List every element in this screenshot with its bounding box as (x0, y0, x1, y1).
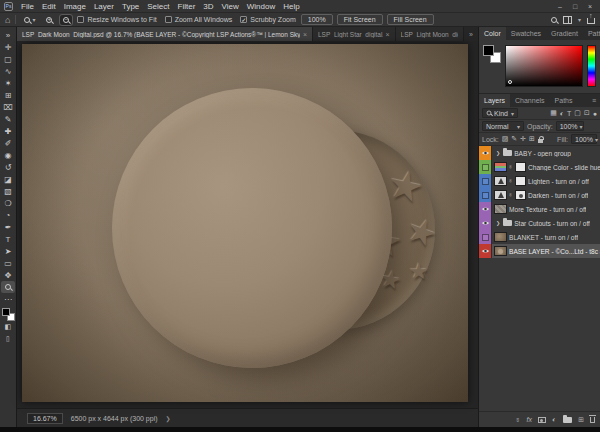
home-icon[interactable]: ⌂ (5, 15, 10, 25)
eraser-tool[interactable]: ◪ (1, 173, 15, 185)
blend-mode-dropdown[interactable]: Normal ▾ (482, 121, 524, 131)
menu-view[interactable]: View (218, 0, 243, 13)
layer-thumbnail[interactable] (494, 232, 507, 242)
zoom-in-button[interactable]: + (43, 15, 55, 25)
fit-screen-button[interactable]: Fit Screen (337, 14, 383, 25)
visibility-off-toggle[interactable] (479, 160, 492, 174)
layers-tab-layers[interactable]: Layers (479, 94, 510, 107)
filter-adjustment-layers-icon[interactable]: ◐ (560, 110, 564, 117)
color-tab-patterns[interactable]: Patterns (583, 27, 600, 40)
layer-thumbnail[interactable] (494, 246, 507, 256)
layer-effects-icon[interactable]: fx (526, 416, 531, 423)
color-tab-gradient[interactable]: Gradient (546, 27, 583, 40)
layer-row[interactable]: More Texture - turn on / off (479, 202, 600, 216)
menu-filter[interactable]: Filter (174, 0, 200, 13)
opacity-dropdown[interactable]: 100% ▾ (556, 121, 584, 131)
hand-tool[interactable]: ✥ (1, 269, 15, 281)
menu-image[interactable]: Image (60, 0, 90, 13)
app-icon[interactable]: Ps (4, 2, 13, 11)
checkbox-zoom-all-windows[interactable]: Zoom All Windows (165, 16, 233, 23)
pen-tool[interactable]: ✒ (1, 221, 15, 233)
new-group-icon[interactable] (563, 417, 572, 423)
filter-type-layers-icon[interactable]: T (567, 110, 571, 117)
visibility-on-toggle[interactable] (479, 146, 492, 160)
layer-thumbnail[interactable] (494, 190, 507, 200)
layer-thumbnail[interactable] (494, 204, 507, 214)
menu-edit[interactable]: Edit (38, 0, 60, 13)
eyedropper-tool[interactable]: ✎ (1, 113, 15, 125)
checkbox-icon[interactable] (77, 16, 84, 23)
panel-menu-icon[interactable]: ≡ (588, 94, 600, 107)
layer-mask-thumbnail[interactable] (515, 190, 526, 200)
menu-type[interactable]: Type (118, 0, 143, 13)
crop-tool[interactable]: ⊞ (1, 89, 15, 101)
zoom-tool-preset[interactable]: ▾ (21, 14, 38, 25)
foreground-color-swatch[interactable] (2, 308, 10, 316)
minimize-button[interactable]: – (553, 1, 567, 12)
brush-tool[interactable]: ✐ (1, 137, 15, 149)
menu-help[interactable]: Help (279, 0, 303, 13)
color-cursor[interactable] (508, 80, 512, 84)
quick-mask-button[interactable]: ◧ (1, 321, 15, 333)
visibility-on-toggle[interactable] (479, 202, 492, 216)
move-tool[interactable]: ✛ (1, 41, 15, 53)
visibility-off-toggle[interactable] (479, 188, 492, 202)
layer-mask-thumbnail[interactable] (515, 176, 526, 186)
layer-row[interactable]: ∞Darken - turn on / off (479, 188, 600, 202)
100--button[interactable]: 100% (301, 14, 333, 25)
status-chevron-icon[interactable]: ❯ (166, 415, 171, 422)
layer-row[interactable]: ∞Change Color - slide hue (479, 160, 600, 174)
saturation-brightness-picker[interactable] (505, 45, 583, 87)
visibility-on-toggle[interactable] (479, 216, 492, 230)
layer-row[interactable]: ❯BABY - open group (479, 146, 600, 160)
filter-smart-objects-icon[interactable]: ⊡ (584, 109, 590, 117)
filter-kind-dropdown[interactable]: Kind ▾ (482, 108, 518, 118)
zoom-tool[interactable] (1, 281, 15, 293)
checkbox-resize-windows-to-fit[interactable]: Resize Windows to Fit (77, 16, 156, 23)
link-layers-icon[interactable]: ∞ (515, 417, 521, 421)
layer-row[interactable]: ❯Star Cutouts - turn on / off (479, 216, 600, 230)
toolbar-color-swatches[interactable] (2, 308, 15, 321)
menu-file[interactable]: File (17, 0, 38, 13)
zoom-out-button[interactable]: − (60, 15, 72, 25)
workspace-icon[interactable] (563, 16, 572, 24)
expand-group-icon[interactable]: ❯ (496, 150, 500, 156)
zoom-level-field[interactable]: 16.67% (27, 413, 63, 424)
filter-shape-layers-icon[interactable]: ▢ (574, 109, 581, 117)
filter-pixel-layers-icon[interactable]: ▦ (550, 109, 557, 117)
visibility-off-toggle[interactable] (479, 174, 492, 188)
new-adjustment-layer-icon[interactable]: ◐ (552, 416, 556, 423)
expand-group-icon[interactable]: ❯ (496, 220, 500, 226)
layer-row[interactable]: ∞Lighten - turn on / off (479, 174, 600, 188)
frame-tool[interactable]: ⌧ (1, 101, 15, 113)
lasso-tool[interactable]: ∿ (1, 65, 15, 77)
path-selection-tool[interactable]: ➤ (1, 245, 15, 257)
document-tab-1[interactable]: LSP_Dark Moon_Digital.psd @ 16.7% (BASE … (17, 27, 313, 41)
close-tab-icon[interactable]: × (386, 31, 390, 38)
tab-overflow-icon[interactable]: » (464, 27, 478, 41)
color-tab-color[interactable]: Color (479, 27, 506, 40)
menu-layer[interactable]: Layer (90, 0, 118, 13)
layer-thumbnail[interactable] (494, 176, 507, 186)
layer-mask-thumbnail[interactable] (515, 162, 526, 172)
checkbox-icon[interactable] (240, 16, 247, 23)
layer-row[interactable]: BASE LAYER - ©Co...Ltd - t8c apply (479, 244, 600, 258)
type-tool[interactable]: T (1, 233, 15, 245)
history-brush-tool[interactable]: ↺ (1, 161, 15, 173)
screen-mode-button[interactable]: ▯ (1, 333, 15, 345)
lock-all-icon[interactable] (538, 139, 543, 143)
new-layer-icon[interactable]: ⊞ (578, 416, 584, 424)
quick-selection-tool[interactable]: ✶ (1, 77, 15, 89)
delete-layer-icon[interactable] (590, 417, 595, 423)
clone-stamp-tool[interactable]: ◉ (1, 149, 15, 161)
close-tab-icon[interactable]: × (303, 31, 307, 38)
maximize-button[interactable]: □ (568, 1, 582, 12)
filter-toggle-icon[interactable]: ● (593, 110, 597, 117)
lock-position-icon[interactable]: ✛ (520, 135, 526, 143)
close-button[interactable]: × (583, 1, 597, 12)
fill-dropdown[interactable]: 100% ▾ (571, 134, 597, 144)
marquee-tool[interactable]: ▢ (1, 53, 15, 65)
visibility-off-toggle[interactable] (479, 230, 492, 244)
foreground-color-swatch[interactable] (483, 45, 494, 56)
layer-row[interactable]: BLANKET - turn on / off (479, 230, 600, 244)
